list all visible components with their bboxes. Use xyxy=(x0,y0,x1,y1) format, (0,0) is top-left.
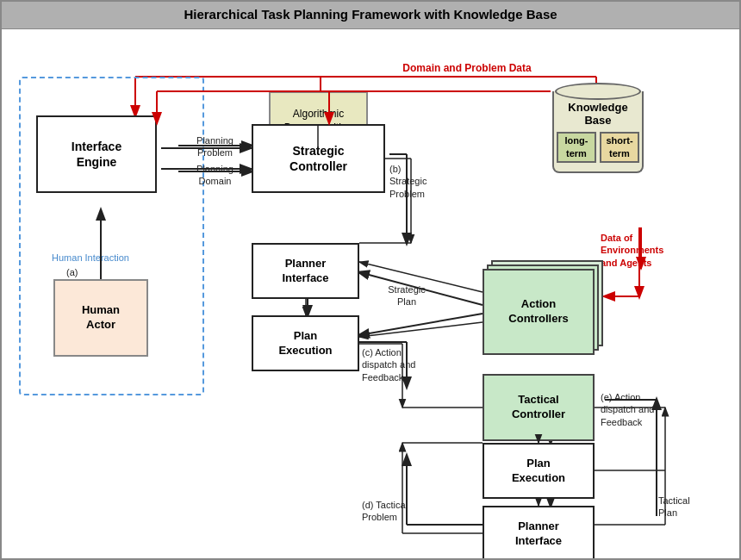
e-action-dispatch-label: (e) Action dispatch and Feedback xyxy=(601,391,695,428)
kb-label: KnowledgeBase xyxy=(568,101,627,127)
action-controllers-box: Action Controllers xyxy=(483,269,595,355)
diagram-area: Interface Engine Human Actor Human Inter… xyxy=(2,29,739,558)
human-actor-label: Human Actor xyxy=(82,303,120,333)
plan-execution-top-label: Plan Execution xyxy=(278,329,332,358)
kb-sub-boxes: long-term short-term xyxy=(557,132,639,163)
d-tactical-problem-label: (d) Tactical Problem xyxy=(362,499,465,524)
cylinder-body: KnowledgeBase long-term short-term xyxy=(552,91,644,173)
a-label: (a) xyxy=(66,266,78,278)
diagram-container: Hierarchical Task Planning Framework wit… xyxy=(0,0,741,560)
planner-interface-bottom-box: Planner Interface xyxy=(483,506,595,560)
tactical-controller-box: Tactical Controller xyxy=(483,374,595,441)
action-controllers-label: Action Controllers xyxy=(508,297,568,327)
human-interaction-label: Human Interaction xyxy=(34,252,146,264)
planner-interface-top-box: Planner Interface xyxy=(252,243,359,299)
short-term-box: short-term xyxy=(600,132,639,163)
c-action-dispatch-label: (c) Action dispatch and Feedback xyxy=(362,346,465,383)
title-bar: Hierarchical Task Planning Framework wit… xyxy=(2,2,739,29)
plan-execution-bottom-label: Plan Execution xyxy=(512,457,565,486)
interface-engine-label: Interface Engine xyxy=(72,139,121,170)
planner-interface-top-label: Planner Interface xyxy=(282,257,328,286)
strategic-controller-label: Strategic Controller xyxy=(290,143,347,174)
planning-domain-label: Planning Domain xyxy=(183,163,247,188)
data-environments-label: Data of Environments and Agents xyxy=(601,232,704,269)
planning-problem-label: Planning Problem xyxy=(183,134,247,159)
tactical-plan-label: Tactical Plan xyxy=(658,495,727,520)
svg-line-37 xyxy=(359,322,483,337)
cylinder-top xyxy=(555,83,641,100)
plan-execution-bottom-box: Plan Execution xyxy=(483,443,595,499)
title-text: Hierarchical Task Planning Framework wit… xyxy=(184,7,557,22)
domain-problem-label: Domain and Problem Data xyxy=(372,62,562,76)
tactical-controller-label: Tactical Controller xyxy=(512,393,565,422)
plan-execution-top-box: Plan Execution xyxy=(252,315,359,371)
strategic-controller-box: Strategic Controller xyxy=(252,124,385,193)
human-actor-box: Human Actor xyxy=(53,279,148,357)
planner-interface-bottom-label: Planner Interface xyxy=(515,520,562,549)
strategic-plan-label: Strategic Plan xyxy=(372,283,441,308)
long-term-box: long-term xyxy=(557,132,596,163)
interface-engine-box: Interface Engine xyxy=(36,115,157,193)
knowledge-base-cylinder: KnowledgeBase long-term short-term xyxy=(551,83,645,173)
b-strategic-problem-label: (b) Strategic Problem xyxy=(389,163,467,200)
svg-line-12 xyxy=(359,314,483,335)
